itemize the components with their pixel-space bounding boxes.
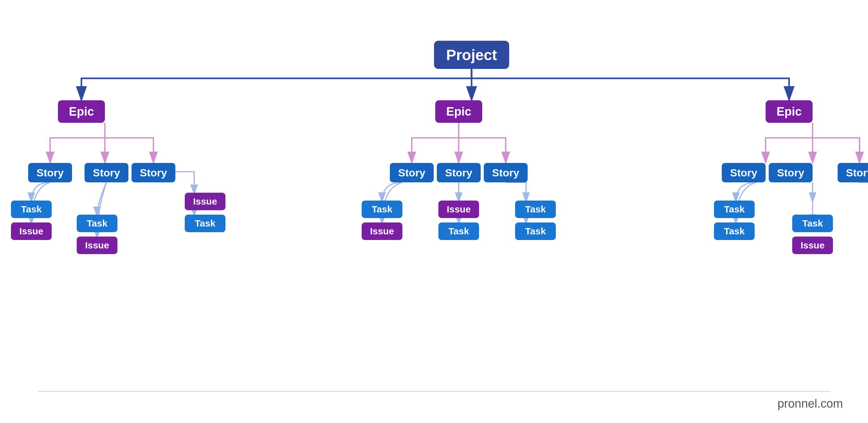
task-right-1: Task xyxy=(714,201,755,218)
watermark: pronnel.com xyxy=(777,397,843,411)
story-mid-3: Story xyxy=(484,163,528,182)
task-mid-2: Task xyxy=(438,222,479,240)
issue-mid-2: Issue xyxy=(438,201,479,218)
issue-right-3: Issue xyxy=(792,237,833,254)
task-right-2: Task xyxy=(714,222,755,240)
story-left-1: Story xyxy=(28,163,72,182)
task-left-2: Task xyxy=(77,215,117,232)
bottom-divider xyxy=(38,391,830,392)
epic-right-node: Epic xyxy=(766,100,813,123)
story-mid-1: Story xyxy=(390,163,434,182)
story-right-3: Story xyxy=(838,163,868,182)
story-right-2: Story xyxy=(769,163,813,182)
task-right-3: Task xyxy=(792,215,833,232)
task-left-3: Task xyxy=(185,215,225,232)
story-mid-2: Story xyxy=(437,163,480,182)
issue-mid-1: Issue xyxy=(362,222,402,240)
task-mid-1: Task xyxy=(362,201,402,218)
story-right-1: Story xyxy=(722,163,766,182)
story-left-3: Story xyxy=(131,163,175,182)
task-left-1: Task xyxy=(11,201,52,218)
epic-mid-node: Epic xyxy=(435,100,482,123)
story-left-2: Story xyxy=(85,163,128,182)
task-mid-4: Task xyxy=(515,222,556,240)
diagram-container: Project Epic Epic Epic Story Story Story… xyxy=(0,0,868,423)
task-mid-3: Task xyxy=(515,201,556,218)
issue-left-3: Issue xyxy=(185,193,225,210)
issue-left-1: Issue xyxy=(11,222,52,240)
epic-left-node: Epic xyxy=(58,100,105,123)
project-node: Project xyxy=(434,41,509,69)
issue-left-2: Issue xyxy=(77,237,117,254)
